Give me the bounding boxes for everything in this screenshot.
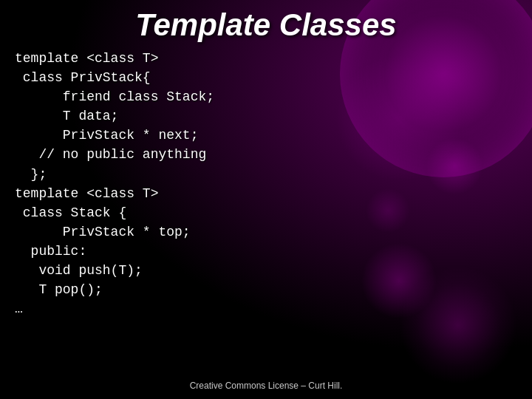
main-content: Template Classes template <class T> clas…	[0, 0, 532, 399]
slide-title: Template Classes	[15, 7, 517, 43]
footer-text: Creative Commons License – Curt Hill.	[15, 378, 517, 395]
code-block: template <class T> class PrivStack{ frie…	[15, 49, 517, 378]
